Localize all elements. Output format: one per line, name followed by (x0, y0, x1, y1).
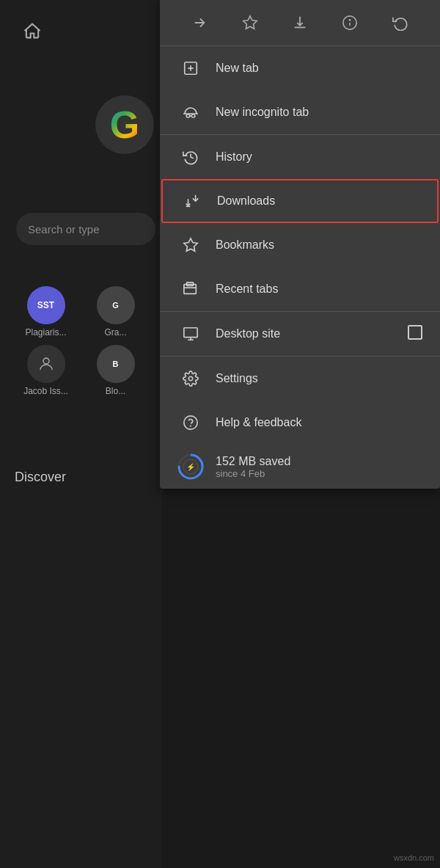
new-tab-icon (177, 60, 204, 76)
desktop-icon (177, 326, 204, 342)
home-icon[interactable] (22, 21, 43, 44)
new-incognito-tab-label: New incognito tab (216, 106, 422, 119)
svg-marker-1 (243, 16, 256, 29)
svg-point-9 (191, 114, 195, 117)
incognito-icon (177, 103, 204, 121)
menu-item-desktop-site[interactable]: Desktop site (160, 312, 440, 356)
settings-icon (177, 371, 204, 387)
svg-text:⚡: ⚡ (186, 462, 196, 472)
menu-item-new-tab[interactable]: New tab (160, 46, 440, 90)
svg-rect-18 (184, 328, 197, 338)
help-icon (177, 415, 204, 431)
shortcut-icon-plagiarism: SST (27, 286, 65, 324)
shortcut-blog[interactable]: B Blo... (84, 345, 147, 396)
shortcut-icon-gra: G (97, 286, 135, 324)
bookmarks-icon (177, 237, 204, 253)
shortcut-icon-blog: B (97, 345, 135, 383)
history-icon (177, 149, 204, 165)
svg-point-0 (43, 358, 49, 364)
menu-item-recent-tabs[interactable]: Recent tabs (160, 267, 440, 311)
bookmarks-label: Bookmarks (216, 238, 422, 252)
menu-item-settings[interactable]: Settings (160, 357, 440, 401)
shortcut-icon-jacob (27, 345, 65, 383)
forward-button[interactable] (187, 10, 212, 35)
shortcut-plagiarism[interactable]: SST Plagiaris... (15, 286, 77, 338)
search-bar-text: Search or type (28, 223, 100, 236)
settings-label: Settings (216, 372, 422, 385)
help-feedback-label: Help & feedback (216, 416, 422, 429)
svg-point-21 (188, 376, 193, 381)
discover-label: Discover (15, 470, 66, 485)
savings-main-text: 152 MB saved (216, 455, 290, 468)
menu-item-downloads[interactable]: Downloads (161, 179, 439, 223)
svg-marker-14 (184, 238, 197, 251)
shortcut-label-jacob: Jacob Iss... (23, 386, 68, 396)
shortcut-label-blog: Blo... (106, 386, 125, 396)
downloads-label: Downloads (217, 194, 421, 208)
desktop-site-label: Desktop site (216, 327, 408, 340)
dropdown-menu: New tab New incognito tab Hist (160, 0, 440, 489)
menu-item-help-feedback[interactable]: Help & feedback (160, 401, 440, 445)
svg-point-22 (184, 416, 197, 429)
shortcut-jacob[interactable]: Jacob Iss... (15, 345, 77, 396)
new-tab-label: New tab (216, 62, 422, 75)
refresh-button[interactable] (388, 10, 413, 35)
shortcuts-area: SST Plagiaris... G Gra... Jacob Iss... B… (7, 279, 169, 404)
savings-icon: ⚡ (177, 453, 204, 480)
shortcut-label-plagiarism: Plagiaris... (25, 327, 66, 338)
desktop-site-checkbox[interactable] (408, 325, 422, 343)
background-chrome: G Search or type SST Plagiaris... G Gra.… (0, 0, 161, 868)
menu-item-new-incognito-tab[interactable]: New incognito tab (160, 90, 440, 134)
menu-toolbar (160, 0, 440, 46)
watermark: wsxdn.com (394, 853, 434, 862)
downloads-icon (179, 193, 205, 209)
svg-point-8 (186, 114, 190, 117)
shortcut-label-gra: Gra... (104, 327, 126, 338)
bookmark-star-button[interactable] (238, 10, 263, 35)
info-button[interactable] (337, 10, 362, 35)
savings-sub-text: since 4 Feb (216, 468, 290, 479)
shortcut-gra[interactable]: G Gra... (84, 286, 147, 338)
savings-text: 152 MB saved since 4 Feb (216, 455, 290, 479)
menu-item-history[interactable]: History (160, 135, 440, 179)
menu-item-bookmarks[interactable]: Bookmarks (160, 223, 440, 267)
recent-tabs-label: Recent tabs (216, 282, 422, 296)
history-label: History (216, 150, 422, 164)
savings-row: ⚡ 152 MB saved since 4 Feb (160, 445, 440, 489)
recent-tabs-icon (177, 281, 204, 297)
download-toolbar-button[interactable] (287, 10, 312, 35)
search-bar[interactable]: Search or type (16, 213, 155, 245)
google-logo: G (95, 95, 154, 154)
